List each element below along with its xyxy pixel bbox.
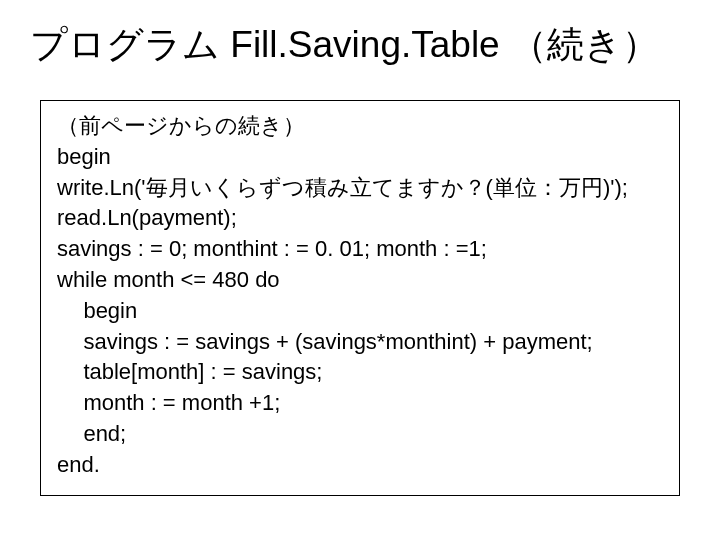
code-line: read.Ln(payment); bbox=[57, 203, 663, 234]
code-line: while month <= 480 do bbox=[57, 265, 663, 296]
slide: プログラム Fill.Saving.Table （続き） （前ページからの続き）… bbox=[0, 0, 720, 540]
code-line: table[month] : = savings; bbox=[57, 357, 663, 388]
code-line: begin bbox=[57, 142, 663, 173]
code-box: （前ページからの続き） begin write.Ln('毎月いくらずつ積み立てま… bbox=[40, 100, 680, 496]
code-line: savings : = savings + (savings*monthint)… bbox=[57, 327, 663, 358]
code-line: end; bbox=[57, 419, 663, 450]
code-line: month : = month +1; bbox=[57, 388, 663, 419]
code-line: end. bbox=[57, 450, 663, 481]
code-line: savings : = 0; monthint : = 0. 01; month… bbox=[57, 234, 663, 265]
slide-title: プログラム Fill.Saving.Table （続き） bbox=[0, 0, 720, 80]
code-line: write.Ln('毎月いくらずつ積み立てますか？(単位：万円)'); bbox=[57, 173, 663, 204]
code-line: begin bbox=[57, 296, 663, 327]
code-line: （前ページからの続き） bbox=[57, 111, 663, 142]
